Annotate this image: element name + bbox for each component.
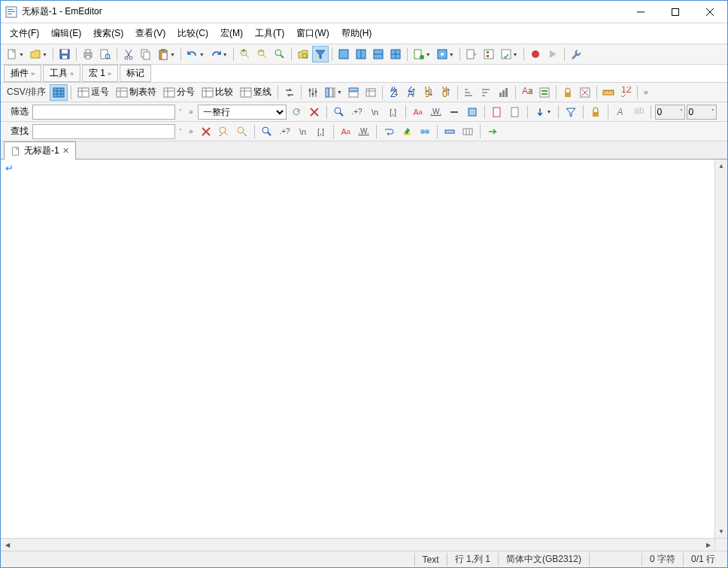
overflow-icon[interactable]: » [641,88,651,96]
adjust-button[interactable] [305,84,321,101]
copy-button[interactable] [138,46,154,62]
spelling-button[interactable]: ▼ [498,46,520,62]
scroll-up-icon[interactable]: ▲ [715,159,727,172]
find-in-files-button[interactable] [295,46,311,62]
csv-comma-button[interactable]: 逗号 [74,84,112,101]
filter-scope-select[interactable]: 一整行 [198,105,287,120]
readonly-button[interactable] [577,84,593,101]
toggle-button[interactable] [362,84,379,101]
find-count-button[interactable] [460,123,476,140]
find-word-button[interactable]: .W. [356,123,372,140]
wrap-button[interactable] [463,46,480,62]
find-button[interactable] [271,46,288,62]
sort-len-asc-button[interactable] [461,84,478,101]
zoom-out-button[interactable]: − [254,46,271,62]
csv-compare-button[interactable]: 比较 [199,84,236,101]
print-preview-button[interactable] [97,46,114,62]
filter-escape-button[interactable]: \n [367,104,384,120]
filter-below-lines[interactable]: 0˅ [687,105,717,120]
find-escape-button[interactable]: \n [295,123,311,140]
filter-clear-button[interactable] [306,104,323,120]
run-macro-button[interactable] [544,46,561,62]
document-tab[interactable]: 无标题-1 ✕ [4,141,76,159]
tab-close-icon[interactable]: ✕ [62,146,69,156]
new-file-button[interactable]: ▼ [4,46,26,62]
menu-view[interactable]: 查看(V) [129,24,171,43]
filter-page-button[interactable] [507,104,523,120]
filter-above-lines[interactable]: 0˅ [655,105,685,120]
print-button[interactable] [80,46,96,62]
scroll-right-icon[interactable]: ▶ [702,539,714,551]
filter-book-button[interactable] [464,104,481,120]
sort-za-button[interactable]: ZA [403,84,420,101]
find-regex-button[interactable]: .+? [277,123,293,140]
csv-semicolon-button[interactable]: 分号 [160,84,198,101]
filter-refresh-button[interactable] [288,104,305,120]
filter-negate-button[interactable] [446,104,463,120]
sort-len-desc-button[interactable] [478,84,495,101]
sort-freq-button[interactable] [496,84,512,101]
filter-spell-button[interactable]: ab [630,104,647,120]
tooltab-plugins[interactable]: 插件» [4,65,41,82]
open-file-button[interactable]: ▼ [27,46,50,62]
tooltab-marks[interactable]: 标记 [120,65,151,82]
bookmarks-button[interactable] [481,46,497,62]
filter-button[interactable] [312,46,329,62]
horizontal-scrollbar[interactable]: ◀ ▶ [1,538,727,551]
heading-button[interactable] [345,84,362,101]
sort-09-button[interactable]: 09 [420,84,437,101]
tool-button[interactable] [568,46,584,62]
tooltab-tools[interactable]: 工具» [43,65,80,82]
csv-mode-button[interactable] [50,84,68,101]
vertical-scrollbar[interactable]: ▲ ▼ [714,159,727,538]
line-num-button[interactable]: 123 [617,84,634,101]
find-bracket-button[interactable]: [,] [313,123,329,140]
grid-4-button[interactable] [387,46,404,62]
redo-button[interactable]: ▼ [208,46,230,62]
menu-macro[interactable]: 宏(M) [214,24,249,43]
menu-search[interactable]: 搜索(S) [87,24,129,43]
lock-button[interactable] [560,84,576,101]
find-case-button[interactable]: Aa [338,123,354,140]
close-button[interactable] [693,1,727,23]
menu-compare[interactable]: 比较(C) [171,24,214,43]
csv-tab-button[interactable]: 制表符 [113,84,159,101]
find-next-button[interactable] [234,123,250,140]
sort-90-button[interactable]: 90 [438,84,454,101]
menu-tool[interactable]: 工具(T) [249,24,290,43]
undo-button[interactable]: ▼ [184,46,207,62]
filter-case-button[interactable]: Aa [410,104,426,120]
filter-word-button[interactable]: .W. [428,104,444,120]
status-encoding[interactable]: 简体中文(GB2312) [498,553,589,566]
sort-az-button[interactable]: AZ [386,84,402,101]
find-wrap-button[interactable] [381,123,397,140]
filter-regex-button[interactable]: .+? [349,104,366,120]
config-button[interactable]: ▼ [411,46,433,62]
ruler-button[interactable] [600,84,617,101]
properties-button[interactable]: ▼ [434,46,457,62]
zoom-in-button[interactable]: + [237,46,253,62]
maximize-button[interactable] [658,1,693,23]
filter-funnel-button[interactable] [563,104,579,120]
find-zoom-button[interactable] [259,123,275,140]
menu-window[interactable]: 窗口(W) [290,24,335,43]
grid-1-button[interactable] [335,46,352,62]
editor-area[interactable]: ↵ ▲ ▼ [1,159,727,538]
find-go-button[interactable] [484,123,501,140]
find-incremental-button[interactable] [417,123,433,140]
filter-overflow[interactable]: » [186,108,196,116]
menu-edit[interactable]: 编辑(E) [45,24,87,43]
record-macro-button[interactable] [527,46,544,62]
menu-file[interactable]: 文件(F) [4,24,45,43]
status-mode[interactable]: Text [414,553,447,566]
grid-2-button[interactable] [353,46,369,62]
replace-button[interactable]: Aa [519,84,535,101]
filter-bracket-button[interactable]: [,] [385,104,402,120]
find-selection-button[interactable] [441,123,458,140]
menu-help[interactable]: 帮助(H) [335,24,378,43]
filter-lock-button[interactable] [587,104,604,120]
filter-down-button[interactable]: ▼ [532,104,554,120]
extract-button[interactable] [536,84,553,101]
csv-vline-button[interactable]: 竖线 [237,84,275,101]
paste-button[interactable]: ▼ [155,46,177,62]
